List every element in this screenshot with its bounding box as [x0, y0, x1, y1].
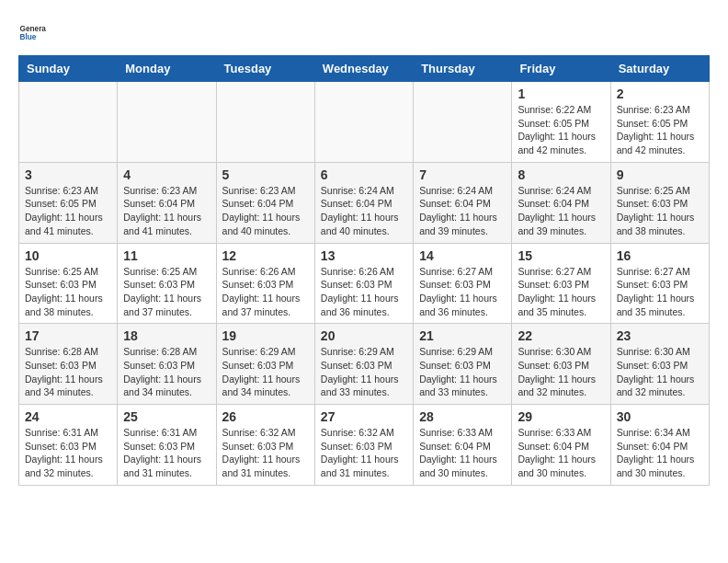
day-number: 25 [123, 409, 210, 424]
day-info: Sunrise: 6:23 AM Sunset: 6:04 PM Dayligh… [222, 184, 309, 238]
col-header-sunday: Sunday [19, 56, 118, 82]
day-cell: 16Sunrise: 6:27 AM Sunset: 6:03 PM Dayli… [610, 243, 709, 324]
col-header-monday: Monday [118, 56, 216, 82]
day-number: 14 [419, 248, 506, 263]
day-info: Sunrise: 6:32 AM Sunset: 6:03 PM Dayligh… [222, 426, 309, 480]
day-cell: 8Sunrise: 6:24 AM Sunset: 6:04 PM Daylig… [512, 162, 610, 243]
logo: General Blue [18, 18, 46, 46]
day-number: 18 [123, 328, 210, 343]
day-number: 20 [321, 328, 407, 343]
day-info: Sunrise: 6:33 AM Sunset: 6:04 PM Dayligh… [419, 426, 506, 480]
day-cell: 19Sunrise: 6:29 AM Sunset: 6:03 PM Dayli… [216, 324, 314, 405]
day-info: Sunrise: 6:29 AM Sunset: 6:03 PM Dayligh… [419, 345, 506, 399]
day-number: 30 [617, 409, 703, 424]
day-cell: 25Sunrise: 6:31 AM Sunset: 6:03 PM Dayli… [118, 405, 216, 486]
svg-text:Blue: Blue [20, 33, 37, 41]
week-row-5: 24Sunrise: 6:31 AM Sunset: 6:03 PM Dayli… [19, 405, 710, 486]
day-cell: 27Sunrise: 6:32 AM Sunset: 6:03 PM Dayli… [314, 405, 413, 486]
day-info: Sunrise: 6:24 AM Sunset: 6:04 PM Dayligh… [518, 184, 604, 238]
day-cell: 10Sunrise: 6:25 AM Sunset: 6:03 PM Dayli… [19, 243, 118, 324]
day-number: 6 [321, 167, 407, 182]
day-info: Sunrise: 6:30 AM Sunset: 6:03 PM Dayligh… [518, 345, 604, 399]
day-cell: 30Sunrise: 6:34 AM Sunset: 6:04 PM Dayli… [610, 405, 709, 486]
day-cell [19, 82, 118, 163]
day-cell: 15Sunrise: 6:27 AM Sunset: 6:03 PM Dayli… [512, 243, 610, 324]
day-info: Sunrise: 6:24 AM Sunset: 6:04 PM Dayligh… [321, 184, 407, 238]
day-number: 26 [222, 409, 309, 424]
day-number: 23 [617, 328, 703, 343]
day-cell: 13Sunrise: 6:26 AM Sunset: 6:03 PM Dayli… [314, 243, 413, 324]
day-info: Sunrise: 6:33 AM Sunset: 6:04 PM Dayligh… [518, 426, 604, 480]
day-number: 19 [222, 328, 309, 343]
day-info: Sunrise: 6:25 AM Sunset: 6:03 PM Dayligh… [617, 184, 703, 238]
day-number: 3 [25, 167, 111, 182]
svg-text:General: General [20, 25, 47, 33]
day-number: 11 [123, 248, 210, 263]
day-cell: 17Sunrise: 6:28 AM Sunset: 6:03 PM Dayli… [19, 324, 118, 405]
day-cell: 5Sunrise: 6:23 AM Sunset: 6:04 PM Daylig… [216, 162, 314, 243]
day-info: Sunrise: 6:23 AM Sunset: 6:05 PM Dayligh… [25, 184, 111, 238]
day-info: Sunrise: 6:27 AM Sunset: 6:03 PM Dayligh… [518, 265, 604, 319]
day-number: 10 [25, 248, 111, 263]
day-info: Sunrise: 6:31 AM Sunset: 6:03 PM Dayligh… [25, 426, 111, 480]
day-number: 4 [123, 167, 210, 182]
col-header-saturday: Saturday [610, 56, 709, 82]
day-cell: 29Sunrise: 6:33 AM Sunset: 6:04 PM Dayli… [512, 405, 610, 486]
day-cell: 22Sunrise: 6:30 AM Sunset: 6:03 PM Dayli… [512, 324, 610, 405]
day-cell [118, 82, 216, 163]
day-info: Sunrise: 6:31 AM Sunset: 6:03 PM Dayligh… [123, 426, 210, 480]
day-cell: 18Sunrise: 6:28 AM Sunset: 6:03 PM Dayli… [118, 324, 216, 405]
day-cell: 9Sunrise: 6:25 AM Sunset: 6:03 PM Daylig… [610, 162, 709, 243]
day-number: 27 [321, 409, 407, 424]
header-row: SundayMondayTuesdayWednesdayThursdayFrid… [19, 56, 710, 82]
day-info: Sunrise: 6:25 AM Sunset: 6:03 PM Dayligh… [25, 265, 111, 319]
day-number: 2 [617, 86, 703, 101]
day-info: Sunrise: 6:25 AM Sunset: 6:03 PM Dayligh… [123, 265, 210, 319]
day-cell: 26Sunrise: 6:32 AM Sunset: 6:03 PM Dayli… [216, 405, 314, 486]
day-info: Sunrise: 6:34 AM Sunset: 6:04 PM Dayligh… [617, 426, 703, 480]
day-info: Sunrise: 6:27 AM Sunset: 6:03 PM Dayligh… [419, 265, 506, 319]
day-info: Sunrise: 6:24 AM Sunset: 6:04 PM Dayligh… [419, 184, 506, 238]
day-cell: 7Sunrise: 6:24 AM Sunset: 6:04 PM Daylig… [414, 162, 512, 243]
day-info: Sunrise: 6:28 AM Sunset: 6:03 PM Dayligh… [25, 345, 111, 399]
day-cell: 6Sunrise: 6:24 AM Sunset: 6:04 PM Daylig… [314, 162, 413, 243]
day-number: 1 [518, 86, 604, 101]
day-number: 13 [321, 248, 407, 263]
day-cell: 21Sunrise: 6:29 AM Sunset: 6:03 PM Dayli… [414, 324, 512, 405]
week-row-2: 3Sunrise: 6:23 AM Sunset: 6:05 PM Daylig… [19, 162, 710, 243]
day-cell: 20Sunrise: 6:29 AM Sunset: 6:03 PM Dayli… [314, 324, 413, 405]
day-cell: 11Sunrise: 6:25 AM Sunset: 6:03 PM Dayli… [118, 243, 216, 324]
day-number: 21 [419, 328, 506, 343]
day-number: 28 [419, 409, 506, 424]
day-number: 12 [222, 248, 309, 263]
day-cell: 14Sunrise: 6:27 AM Sunset: 6:03 PM Dayli… [414, 243, 512, 324]
logo-icon: General Blue [18, 18, 46, 46]
day-number: 7 [419, 167, 506, 182]
col-header-thursday: Thursday [414, 56, 512, 82]
day-cell: 2Sunrise: 6:23 AM Sunset: 6:05 PM Daylig… [610, 82, 709, 163]
day-cell: 3Sunrise: 6:23 AM Sunset: 6:05 PM Daylig… [19, 162, 118, 243]
day-info: Sunrise: 6:28 AM Sunset: 6:03 PM Dayligh… [123, 345, 210, 399]
day-info: Sunrise: 6:26 AM Sunset: 6:03 PM Dayligh… [222, 265, 309, 319]
day-cell: 23Sunrise: 6:30 AM Sunset: 6:03 PM Dayli… [610, 324, 709, 405]
day-cell [314, 82, 413, 163]
day-info: Sunrise: 6:23 AM Sunset: 6:04 PM Dayligh… [123, 184, 210, 238]
day-cell: 24Sunrise: 6:31 AM Sunset: 6:03 PM Dayli… [19, 405, 118, 486]
day-info: Sunrise: 6:30 AM Sunset: 6:03 PM Dayligh… [617, 345, 703, 399]
day-info: Sunrise: 6:26 AM Sunset: 6:03 PM Dayligh… [321, 265, 407, 319]
day-number: 24 [25, 409, 111, 424]
week-row-1: 1Sunrise: 6:22 AM Sunset: 6:05 PM Daylig… [19, 82, 710, 163]
week-row-4: 17Sunrise: 6:28 AM Sunset: 6:03 PM Dayli… [19, 324, 710, 405]
day-cell [414, 82, 512, 163]
day-cell: 1Sunrise: 6:22 AM Sunset: 6:05 PM Daylig… [512, 82, 610, 163]
week-row-3: 10Sunrise: 6:25 AM Sunset: 6:03 PM Dayli… [19, 243, 710, 324]
day-cell: 28Sunrise: 6:33 AM Sunset: 6:04 PM Dayli… [414, 405, 512, 486]
day-cell: 12Sunrise: 6:26 AM Sunset: 6:03 PM Dayli… [216, 243, 314, 324]
day-number: 8 [518, 167, 604, 182]
header: General Blue [18, 18, 710, 46]
col-header-friday: Friday [512, 56, 610, 82]
day-cell: 4Sunrise: 6:23 AM Sunset: 6:04 PM Daylig… [118, 162, 216, 243]
calendar-table: SundayMondayTuesdayWednesdayThursdayFrid… [18, 55, 710, 486]
day-number: 16 [617, 248, 703, 263]
day-number: 15 [518, 248, 604, 263]
